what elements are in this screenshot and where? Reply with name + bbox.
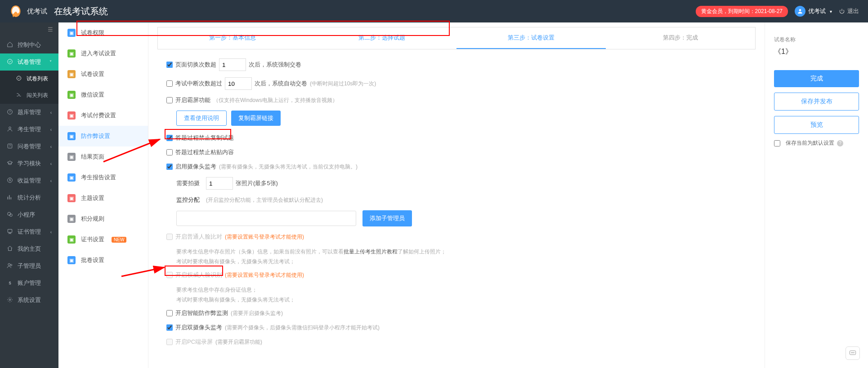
no-copy-label: 答题过程禁止复制试题 <box>175 134 234 142</box>
nav-item-8[interactable]: 小程序 <box>0 206 58 223</box>
logout-label: 退出 <box>847 7 859 15</box>
fullscreen-checkbox[interactable] <box>166 97 173 103</box>
nav-label: 控制中心 <box>18 41 41 49</box>
sec-item-11[interactable]: ▣批卷设置 <box>58 250 148 270</box>
nav-label: 证书管理 <box>18 228 41 236</box>
nav-item-3[interactable]: 考生管理‹ <box>0 121 58 138</box>
camera-hint: (需要有摄像头，无摄像头将无法考试，当前仅支持电脑。) <box>219 163 358 171</box>
sec-item-icon: ▣ <box>67 215 76 223</box>
svg-text:$: $ <box>9 280 11 285</box>
chevron-icon: ‹ <box>50 230 52 235</box>
fullscreen-label: 开启霸屏功能 <box>175 96 210 104</box>
save-publish-button[interactable]: 保存并发布 <box>774 93 859 111</box>
nav-item-10[interactable]: 我的主页 <box>0 240 58 257</box>
face-basic-tutorial-link[interactable]: 批量上传考生照片教程 <box>344 248 398 255</box>
user-menu[interactable]: 优考试 ▾ <box>795 6 832 17</box>
nav-item-6[interactable]: $收益管理‹ <box>0 172 58 189</box>
copy-fullscreen-link-button[interactable]: 复制霸屏链接 <box>231 111 281 126</box>
question-icon: ? <box>7 143 13 151</box>
step-1[interactable]: 第一步：基本信息 <box>158 27 307 49</box>
nav-item-0[interactable]: 控制中心 <box>0 36 58 53</box>
page-switch-checkbox[interactable] <box>166 62 173 68</box>
finish-button[interactable]: 完成 <box>774 70 859 87</box>
nav-label: 我的主页 <box>18 245 41 253</box>
nav-item-5[interactable]: 学习模块‹ <box>0 155 58 172</box>
fullscreen-hint: （仅支持在Windows电脑上运行，支持播放音视频） <box>213 97 338 104</box>
subadmin-input[interactable] <box>176 211 356 226</box>
interrupt-checkbox[interactable] <box>166 80 173 87</box>
sec-item-icon: ▣ <box>67 153 76 161</box>
sec-item-10[interactable]: ▣证书设置NEW <box>58 229 148 250</box>
nav-label: 小程序 <box>18 211 35 219</box>
step-3[interactable]: 第三步：试卷设置 <box>456 27 606 49</box>
dual-camera-checkbox[interactable] <box>166 324 173 331</box>
nav-item-2[interactable]: ?题库管理‹ <box>0 104 58 121</box>
logout-button[interactable]: 退出 <box>839 7 859 15</box>
monitor-alloc-label: 监控分配 <box>176 196 200 204</box>
nav-item-7[interactable]: 统计分析 <box>0 189 58 206</box>
sec-item-1[interactable]: ▣进入考试设置 <box>58 43 148 64</box>
face-basic-checkbox[interactable] <box>166 234 173 240</box>
face-authority-desc-1: 要求考生信息中存在身份证信息； <box>176 287 257 293</box>
nav-item-12[interactable]: $账户管理 <box>0 275 58 292</box>
camera-checkbox[interactable] <box>166 164 173 170</box>
nav-label: 系统设置 <box>18 296 41 304</box>
sec-item-4[interactable]: ▣考试付费设置 <box>58 105 148 126</box>
save-default-checkbox[interactable] <box>774 140 780 146</box>
svg-text:?: ? <box>9 144 11 147</box>
nav-label: 考生管理 <box>18 125 41 133</box>
sec-item-9[interactable]: ▣积分规则 <box>58 208 148 229</box>
sec-item-7[interactable]: ▣考生报告设置 <box>58 167 148 188</box>
nav-sub-label: 闯关列表 <box>27 92 48 99</box>
step-4[interactable]: 第四步：完成 <box>606 27 755 49</box>
sidebar-toggle-button[interactable]: ☰ <box>0 22 58 36</box>
face-basic-desc-2: 考试时要求电脑有摄像头，无摄像头将无法考试； <box>176 258 295 265</box>
no-copy-checkbox[interactable] <box>166 135 173 141</box>
nav-item-4[interactable]: ?问卷管理‹ <box>0 138 58 155</box>
nav-label: 收益管理 <box>18 177 41 185</box>
save-default-label: 保存当前为默认设置 <box>786 139 834 147</box>
pc-record-checkbox[interactable] <box>166 339 173 345</box>
nav-sub-label: 试卷列表 <box>27 75 48 83</box>
sec-item-5[interactable]: ▣防作弊设置 <box>58 126 148 146</box>
preview-button[interactable]: 预览 <box>774 116 859 134</box>
nav-subitem-1-0[interactable]: 试卷列表 <box>0 71 58 87</box>
face-basic-desc-1b: 了解如何上传照片； <box>398 248 446 255</box>
step-2[interactable]: 第二步：选择试题 <box>307 27 456 49</box>
smart-cheat-checkbox[interactable] <box>166 310 173 316</box>
nav-item-13[interactable]: 系统设置 <box>0 292 58 309</box>
help-icon[interactable]: ? <box>837 140 843 146</box>
sec-item-label: 证书设置 <box>81 235 104 244</box>
sec-item-8[interactable]: ▣主题设置 <box>58 188 148 208</box>
sec-item-icon: ▣ <box>67 111 76 120</box>
sec-item-label: 微信设置 <box>81 91 104 99</box>
nav-item-1[interactable]: 试卷管理˅ <box>0 53 58 71</box>
nav-label: 题库管理 <box>18 108 41 116</box>
chat-support-button[interactable] <box>846 346 860 360</box>
sec-item-0[interactable]: ▣试卷权限 <box>58 22 148 43</box>
photo-count-input[interactable] <box>206 177 233 190</box>
nav-item-9[interactable]: 证书管理‹ <box>0 223 58 240</box>
page-switch-input[interactable] <box>219 58 246 71</box>
sec-item-2[interactable]: ▣试卷设置 <box>58 64 148 84</box>
sec-item-6[interactable]: ▣结果页面 <box>58 146 148 167</box>
interrupt-input[interactable] <box>225 77 252 90</box>
logo-area: 优考试 <box>9 4 47 18</box>
face-authority-checkbox[interactable] <box>166 272 173 278</box>
svg-text:?: ? <box>9 110 11 113</box>
no-paste-checkbox[interactable] <box>166 149 173 155</box>
nav-item-11[interactable]: 子管理员 <box>0 257 58 275</box>
sec-item-3[interactable]: ▣微信设置 <box>58 84 148 105</box>
add-subadmin-button[interactable]: 添加子管理员 <box>362 210 412 226</box>
svg-point-21 <box>852 352 853 353</box>
nav-subitem-1-1[interactable]: 闯关列表 <box>0 87 58 104</box>
face-basic-desc-1a: 要求考生信息中存在照片（头像）信息，如果当前没有照片，可以查看 <box>176 248 344 255</box>
face-authority-warn: (需要设置账号登录考试才能使用) <box>225 271 304 279</box>
face-authority-label: 开启权威人脸识别 <box>175 271 222 279</box>
sec-item-icon: ▣ <box>67 256 76 264</box>
home-icon <box>7 41 13 49</box>
page-switch-suffix: 次后，系统强制交卷 <box>249 61 301 69</box>
secondary-sidebar: ▣试卷权限▣进入考试设置▣试卷设置▣微信设置▣考试付费设置▣防作弊设置▣结果页面… <box>58 22 148 368</box>
view-instructions-button[interactable]: 查看使用说明 <box>176 111 227 126</box>
chevron-icon: ‹ <box>50 161 52 166</box>
